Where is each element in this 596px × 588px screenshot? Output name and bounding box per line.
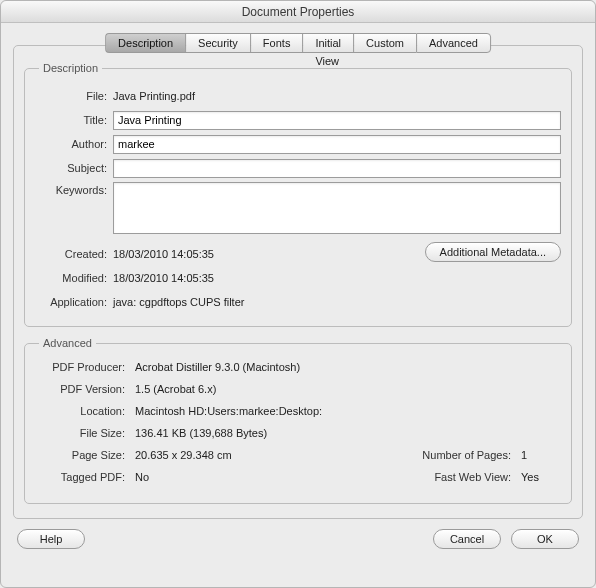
tab-fonts[interactable]: Fonts: [250, 33, 303, 53]
subject-input[interactable]: [113, 159, 561, 178]
modified-value: 18/03/2010 14:05:35: [113, 272, 561, 284]
cancel-button[interactable]: Cancel: [433, 529, 501, 549]
location-label: Location:: [35, 405, 135, 423]
content-panel: Description File: Java Printing.pdf Titl…: [13, 45, 583, 519]
filesize-value: 136.41 KB (139,688 Bytes): [135, 427, 561, 445]
window-title: Document Properties: [1, 1, 595, 23]
producer-label: PDF Producer:: [35, 361, 135, 379]
title-input[interactable]: [113, 111, 561, 130]
description-legend: Description: [39, 62, 102, 74]
advanced-group: Advanced PDF Producer: Acrobat Distiller…: [24, 337, 572, 504]
version-label: PDF Version:: [35, 383, 135, 401]
application-label: Application:: [35, 296, 113, 308]
producer-value: Acrobat Distiller 9.3.0 (Macintosh): [135, 361, 561, 379]
location-value: Macintosh HD:Users:markee:Desktop:: [135, 405, 561, 423]
fastweb-label: Fast Web View:: [401, 471, 521, 489]
tab-advanced[interactable]: Advanced: [416, 33, 491, 53]
description-group: Description File: Java Printing.pdf Titl…: [24, 62, 572, 327]
dialog-footer: Help Cancel OK: [1, 529, 595, 563]
advanced-legend: Advanced: [39, 337, 96, 349]
author-input[interactable]: [113, 135, 561, 154]
filesize-label: File Size:: [35, 427, 135, 445]
additional-metadata-button[interactable]: Additional Metadata...: [425, 242, 561, 262]
title-label: Title:: [35, 114, 113, 126]
keywords-input[interactable]: [113, 182, 561, 234]
numpages-value: 1: [521, 449, 561, 467]
tab-description[interactable]: Description: [105, 33, 185, 53]
subject-label: Subject:: [35, 162, 113, 174]
tab-initial-view[interactable]: Initial View: [302, 33, 353, 53]
version-value: 1.5 (Acrobat 6.x): [135, 383, 561, 401]
ok-button[interactable]: OK: [511, 529, 579, 549]
keywords-label: Keywords:: [35, 182, 113, 196]
pagesize-value: 20.635 x 29.348 cm: [135, 449, 401, 467]
help-button[interactable]: Help: [17, 529, 85, 549]
numpages-label: Number of Pages:: [401, 449, 521, 467]
created-label: Created:: [35, 248, 113, 260]
fastweb-value: Yes: [521, 471, 561, 489]
file-value: Java Printing.pdf: [113, 90, 561, 102]
modified-label: Modified:: [35, 272, 113, 284]
tab-security[interactable]: Security: [185, 33, 250, 53]
application-value: java: cgpdftops CUPS filter: [113, 296, 561, 308]
tagged-label: Tagged PDF:: [35, 471, 135, 489]
tagged-value: No: [135, 471, 401, 489]
author-label: Author:: [35, 138, 113, 150]
dialog-window: Document Properties Description Security…: [0, 0, 596, 588]
file-label: File:: [35, 90, 113, 102]
tab-custom[interactable]: Custom: [353, 33, 416, 53]
pagesize-label: Page Size:: [35, 449, 135, 467]
